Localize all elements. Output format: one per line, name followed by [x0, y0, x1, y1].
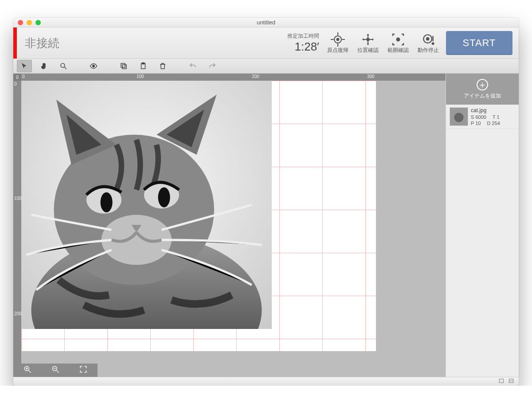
- svg-rect-20: [142, 63, 145, 64]
- svg-point-26: [101, 192, 113, 212]
- redo-icon: [208, 62, 216, 70]
- svg-point-16: [93, 65, 95, 67]
- return-origin-label: 原点復帰: [327, 47, 348, 54]
- start-label: START: [462, 37, 496, 49]
- ruler-tick: 200: [14, 311, 22, 316]
- statusbar: [13, 377, 519, 386]
- ruler-tick: 100: [14, 196, 22, 201]
- app-window: untitled 非接続 推定加工時間 1:28′ 原点復帰 位置確認 範囲確認: [13, 18, 519, 386]
- header-bar: 非接続 推定加工時間 1:28′ 原点復帰 位置確認 範囲確認 動作停止: [13, 27, 519, 59]
- connection-indicator: [13, 27, 17, 59]
- titlebar: untitled: [13, 18, 519, 27]
- ruler-tick: 0: [22, 74, 25, 79]
- svg-line-15: [64, 67, 66, 69]
- main-body: 0 0 100 200 300 0 100 200: [13, 74, 519, 377]
- stop-alert-icon: [421, 32, 435, 47]
- visibility-toggle[interactable]: [86, 60, 101, 72]
- time-block: 推定加工時間 1:28′: [287, 32, 319, 54]
- ruler-tick: 100: [137, 74, 144, 79]
- ruler-vertical: 0 100 200: [13, 81, 21, 377]
- move-icon: [361, 32, 375, 47]
- svg-rect-18: [121, 63, 125, 67]
- ruler-tick: 200: [252, 74, 259, 79]
- zoom-in-button[interactable]: [23, 365, 32, 376]
- item-info: cat.jpg S 6000 T 1 P 10 D 254: [471, 107, 515, 126]
- plus-icon: ＋: [477, 79, 488, 90]
- svg-rect-36: [499, 379, 503, 383]
- workarea[interactable]: [21, 81, 446, 377]
- ruler-origin: 0: [13, 74, 21, 81]
- copy-button[interactable]: [116, 60, 131, 72]
- delete-button[interactable]: [155, 60, 170, 72]
- sidebar: ＋ アイテムを追加 cat.jpg S 6000 T 1 P 10 D 254: [446, 74, 519, 377]
- zoom-out-button[interactable]: [51, 365, 60, 376]
- svg-point-27: [158, 187, 170, 207]
- zoom-bar: [13, 364, 98, 377]
- item-param-d: D 254: [487, 121, 500, 126]
- svg-line-34: [56, 371, 59, 373]
- check-position-button[interactable]: 位置確認: [357, 32, 379, 54]
- svg-point-1: [337, 38, 339, 40]
- layout-single-icon: [498, 378, 505, 384]
- connection-status: 非接続: [25, 35, 59, 51]
- ruler-tick: 0: [14, 82, 17, 86]
- canvas-area[interactable]: 0 0 100 200 300 0 100 200: [13, 74, 446, 377]
- item-param-p: P 10: [471, 121, 481, 126]
- expand-icon: [79, 365, 88, 374]
- redo-button[interactable]: [205, 60, 220, 72]
- select-tool[interactable]: [17, 60, 32, 72]
- magnifier-icon: [59, 62, 67, 70]
- ruler-horizontal: 0 100 200 300: [21, 74, 446, 81]
- undo-icon: [189, 62, 197, 70]
- eye-icon: [90, 62, 98, 70]
- layout-single-button[interactable]: [498, 378, 505, 385]
- stop-motion-label: 動作停止: [418, 47, 439, 54]
- svg-rect-17: [122, 65, 126, 69]
- toolbar: [13, 59, 519, 74]
- add-item-button[interactable]: ＋ アイテムを追加: [446, 74, 519, 105]
- item-param-s: S 6000: [471, 114, 486, 120]
- time-label: 推定加工時間: [287, 32, 319, 40]
- trash-icon: [159, 62, 167, 70]
- item-row[interactable]: cat.jpg S 6000 T 1 P 10 D 254: [446, 105, 519, 129]
- add-item-label: アイテムを追加: [464, 92, 501, 100]
- undo-button[interactable]: [185, 60, 200, 72]
- svg-point-28: [102, 215, 172, 265]
- svg-point-11: [426, 38, 429, 40]
- svg-line-30: [28, 371, 31, 373]
- item-filename: cat.jpg: [471, 107, 515, 113]
- check-range-label: 範囲確認: [387, 47, 409, 54]
- cat-image-content: [21, 81, 272, 329]
- item-param-t: T 1: [493, 114, 500, 120]
- check-position-label: 位置確認: [357, 47, 379, 54]
- time-value: 1:28′: [287, 40, 319, 54]
- hand-icon: [40, 62, 48, 70]
- placed-image[interactable]: [21, 81, 272, 329]
- pointer-icon: [20, 62, 28, 70]
- clipboard-icon: [139, 62, 147, 70]
- svg-point-13: [432, 43, 434, 44]
- pan-tool[interactable]: [36, 60, 51, 72]
- svg-point-14: [61, 63, 65, 67]
- zoom-tool[interactable]: [56, 60, 71, 72]
- bounds-icon: [391, 32, 405, 47]
- item-thumbnail: [450, 107, 468, 126]
- layout-split-icon: [508, 378, 514, 384]
- zoom-in-icon: [23, 365, 32, 374]
- start-button[interactable]: START: [446, 31, 512, 55]
- stop-motion-button[interactable]: 動作停止: [418, 32, 439, 54]
- layout-split-button[interactable]: [508, 378, 514, 385]
- paste-button[interactable]: [136, 60, 151, 72]
- window-title: untitled: [13, 19, 519, 26]
- svg-point-9: [397, 38, 400, 41]
- fit-screen-button[interactable]: [79, 365, 88, 376]
- return-origin-button[interactable]: 原点復帰: [327, 32, 348, 54]
- zoom-out-icon: [51, 365, 60, 374]
- copy-icon: [120, 62, 128, 70]
- crosshair-icon: [331, 32, 345, 47]
- ruler-tick: 300: [367, 74, 375, 79]
- check-range-button[interactable]: 範囲確認: [387, 32, 409, 54]
